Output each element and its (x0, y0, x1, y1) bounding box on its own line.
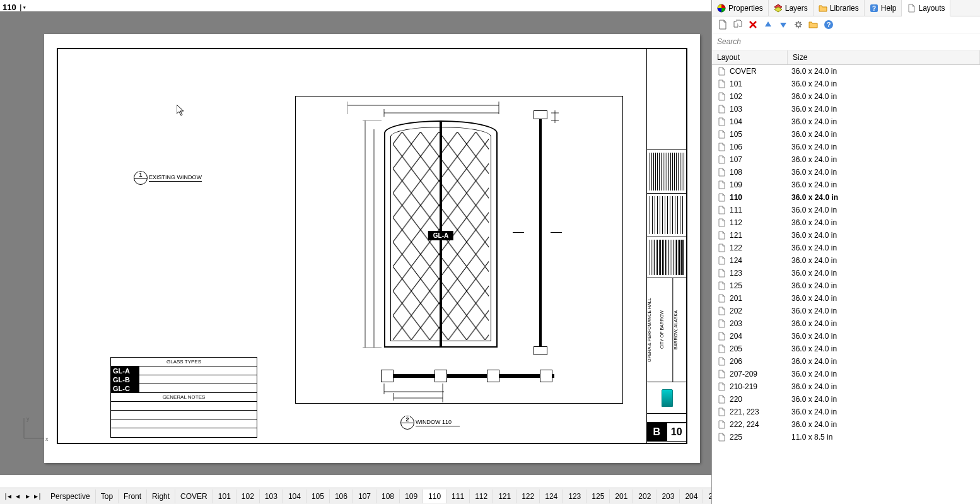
detail-marker-1: 1 EXISTING WINDOW (134, 171, 202, 185)
layout-name: 221, 223 (730, 407, 791, 416)
file-icon (717, 155, 726, 164)
viewport-tab[interactable]: Perspective (45, 489, 96, 503)
move-down-button[interactable] (778, 19, 789, 30)
viewport-tab[interactable]: 101 (213, 489, 236, 503)
tab-layouts[interactable]: Layouts (902, 0, 950, 16)
move-up-button[interactable] (762, 19, 774, 30)
column-layout[interactable]: Layout (712, 50, 788, 64)
detail-title-2: WINDOW 110 (416, 419, 460, 426)
layout-row[interactable]: 20236.0 x 24.0 in (712, 305, 980, 317)
layout-row[interactable]: 10136.0 x 24.0 in (712, 78, 980, 90)
layout-row[interactable]: 22036.0 x 24.0 in (712, 393, 980, 406)
hatch-pattern (650, 153, 684, 190)
tab-properties[interactable]: Properties (712, 0, 769, 16)
layout-row[interactable]: 10836.0 x 24.0 in (712, 166, 980, 179)
search-input[interactable] (717, 35, 975, 49)
copy-layout-button[interactable] (732, 19, 744, 30)
thumbnail-box (647, 382, 687, 414)
viewport-tab[interactable]: 106 (330, 489, 353, 503)
delete-button[interactable] (747, 19, 759, 30)
viewport-tab[interactable]: 122 (516, 489, 540, 503)
layout-row[interactable]: 10536.0 x 24.0 in (712, 128, 980, 141)
tab-last-button[interactable]: ▶| (33, 491, 43, 501)
viewport-tab[interactable]: 108 (376, 489, 400, 503)
layout-size: 36.0 x 24.0 in (791, 357, 975, 366)
file-icon (717, 281, 726, 290)
tab-prev-button[interactable]: ◀ (13, 491, 23, 501)
viewport-tab[interactable]: 105 (306, 489, 330, 503)
layout-row[interactable]: 222, 22436.0 x 24.0 in (712, 418, 980, 431)
viewport-tab[interactable]: 202 (633, 489, 656, 503)
file-icon (907, 4, 916, 13)
canvas-viewport[interactable]: 1 EXISTING WINDOW GLASS TYPES GL-A GL-B … (0, 11, 711, 475)
file-icon (717, 243, 726, 252)
open-folder-button[interactable] (808, 19, 819, 30)
viewport-tab[interactable]: 203 (656, 489, 680, 503)
layout-row[interactable]: 10436.0 x 24.0 in (712, 115, 980, 128)
layout-row[interactable]: 10936.0 x 24.0 in (712, 179, 980, 191)
layout-row[interactable]: 20136.0 x 24.0 in (712, 292, 980, 305)
viewport-tab[interactable]: 201 (610, 489, 633, 503)
viewport-tab[interactable]: 109 (400, 489, 423, 503)
viewport-tab[interactable]: COVER (175, 489, 213, 503)
help-button[interactable]: ? (823, 19, 834, 30)
layout-row[interactable]: 10336.0 x 24.0 in (712, 103, 980, 115)
viewport-tab[interactable]: 204 (680, 489, 703, 503)
column-size[interactable]: Size (788, 50, 980, 64)
layout-size: 36.0 x 24.0 in (791, 206, 975, 214)
tab-next-button[interactable]: ▶ (23, 491, 33, 501)
new-layout-button[interactable] (717, 19, 728, 30)
layout-row[interactable]: 11036.0 x 24.0 in (712, 191, 980, 204)
viewport-tab[interactable]: 125 (586, 489, 610, 503)
viewport-tab[interactable]: 124 (540, 489, 563, 503)
layout-row[interactable]: 221, 22336.0 x 24.0 in (712, 406, 980, 418)
layout-size: 36.0 x 24.0 in (791, 281, 975, 290)
glass-type-c: GL-C (111, 384, 139, 392)
layout-row[interactable]: 12436.0 x 24.0 in (712, 254, 980, 267)
layout-row[interactable]: 10636.0 x 24.0 in (712, 141, 980, 153)
layout-row[interactable]: 10736.0 x 24.0 in (712, 153, 980, 166)
detail-viewport[interactable]: GL-A (295, 96, 623, 404)
layout-row[interactable]: 20636.0 x 24.0 in (712, 355, 980, 368)
viewport-tab[interactable]: 103 (260, 489, 283, 503)
tab-libraries[interactable]: Libraries (814, 0, 865, 16)
layout-row[interactable]: 10236.0 x 24.0 in (712, 90, 980, 103)
viewport-tab[interactable]: 112 (470, 489, 493, 503)
layout-row[interactable]: 20436.0 x 24.0 in (712, 330, 980, 343)
break-line (513, 232, 524, 233)
layout-row[interactable]: 210-21936.0 x 24.0 in (712, 380, 980, 393)
layout-row[interactable]: 11236.0 x 24.0 in (712, 216, 980, 229)
viewport-tab[interactable]: 107 (353, 489, 376, 503)
layout-row[interactable]: 20536.0 x 24.0 in (712, 343, 980, 355)
layout-row[interactable]: 22511.0 x 8.5 in (712, 431, 980, 443)
layout-list[interactable]: COVER36.0 x 24.0 in10136.0 x 24.0 in1023… (712, 65, 980, 504)
settings-button[interactable] (793, 19, 804, 30)
panel-toolbar: ? (712, 16, 980, 33)
viewport-tab[interactable]: Front (119, 489, 147, 503)
tab-layers[interactable]: Layers (769, 0, 814, 16)
tab-first-button[interactable]: |◀ (3, 491, 13, 501)
tab-help[interactable]: ? Help (865, 0, 902, 16)
layout-row[interactable]: 11136.0 x 24.0 in (712, 204, 980, 216)
viewport-tab[interactable]: 121 (493, 489, 516, 503)
layout-size: 36.0 x 24.0 in (791, 143, 975, 151)
layout-row[interactable]: 20336.0 x 24.0 in (712, 317, 980, 330)
layout-row[interactable]: COVER36.0 x 24.0 in (712, 65, 980, 78)
dimension-side (549, 110, 560, 129)
layout-row[interactable]: 12536.0 x 24.0 in (712, 279, 980, 292)
viewport-tab[interactable]: Right (147, 489, 175, 503)
layout-row[interactable]: 12336.0 x 24.0 in (712, 267, 980, 279)
viewport-tab[interactable]: 110 (423, 489, 446, 503)
viewport-tab[interactable]: 123 (563, 489, 586, 503)
viewport-tab[interactable]: 104 (283, 489, 306, 503)
layout-name: 121 (730, 231, 791, 240)
viewport-tab[interactable]: 102 (236, 489, 260, 503)
break-line (551, 232, 562, 233)
file-icon (717, 67, 726, 76)
layout-row[interactable]: 207-20936.0 x 24.0 in (712, 368, 980, 380)
layout-row[interactable]: 12136.0 x 24.0 in (712, 229, 980, 242)
viewport-tab[interactable]: 111 (446, 489, 470, 503)
dropdown-icon[interactable]: |▾ (19, 4, 26, 11)
layout-row[interactable]: 12236.0 x 24.0 in (712, 242, 980, 254)
viewport-tab[interactable]: Top (96, 489, 119, 503)
